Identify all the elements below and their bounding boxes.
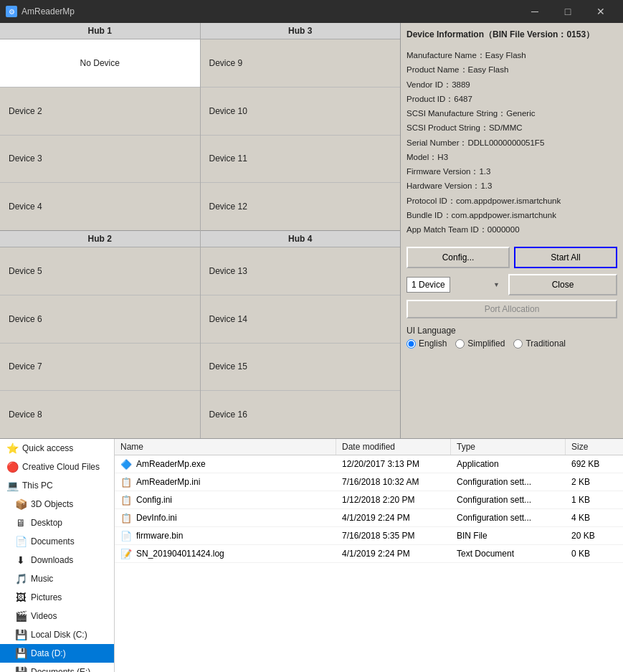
sidebar-item-music[interactable]: 🎵 Music xyxy=(0,569,114,588)
language-english-option[interactable]: English xyxy=(406,339,447,349)
hub-3-device-list: Device 9 Device 10 Device 11 Device 12 xyxy=(201,39,401,230)
file-row-sn-log[interactable]: 📝 SN_201904011424.log 4/1/2019 2:24 PM T… xyxy=(115,545,623,563)
sidebar-item-this-pc[interactable]: 💻 This PC xyxy=(0,476,114,495)
file-name-devinfo-ini: 📋 DevInfo.ini xyxy=(115,509,336,526)
device-1-no-device-label: No Device xyxy=(80,58,120,68)
file-size-devinfo-ini: 4 KB xyxy=(566,510,623,526)
minimize-button[interactable]: ─ xyxy=(518,0,551,23)
info-scsi-product: SCSI Product String：SD/MMC xyxy=(406,122,617,134)
videos-icon: 🎬 xyxy=(14,610,27,623)
start-all-button[interactable]: Start All xyxy=(514,247,617,268)
device-10-item[interactable]: Device 10 xyxy=(201,87,401,136)
col-header-date: Date modified xyxy=(336,439,451,455)
file-type-amreadermp-ini: Configuration sett... xyxy=(451,474,566,490)
language-simplified-label: Simplified xyxy=(467,339,505,349)
ini-icon-3: 📋 xyxy=(120,512,132,524)
sidebar-item-pictures[interactable]: 🖼 Pictures xyxy=(0,588,114,607)
file-size-firmware-bin: 20 KB xyxy=(566,528,623,544)
ini-icon-2: 📋 xyxy=(120,494,132,506)
file-size-config-ini: 1 KB xyxy=(566,492,623,508)
port-allocation-button[interactable]: Port Allocation xyxy=(406,300,617,318)
device-13-item[interactable]: Device 13 xyxy=(201,247,401,295)
sidebar-pictures-label: Pictures xyxy=(31,592,62,602)
language-simplified-option[interactable]: Simplified xyxy=(455,339,505,349)
device-3-item[interactable]: Device 3 xyxy=(0,136,200,184)
file-row-amreadermp-exe[interactable]: 🔷 AmReaderMp.exe 12/20/2017 3:13 PM Appl… xyxy=(115,455,623,473)
device-4-item[interactable]: Device 4 xyxy=(0,183,200,230)
sidebar-item-videos[interactable]: 🎬 Videos xyxy=(0,607,114,625)
sidebar-desktop-label: Desktop xyxy=(31,518,62,528)
hub-2-group: Hub 2 Device 5 Device 6 Device 7 Device … xyxy=(0,231,200,438)
bin-icon: 📄 xyxy=(120,530,132,541)
language-simplified-radio[interactable] xyxy=(455,339,465,349)
device-16-item[interactable]: Device 16 xyxy=(201,391,401,438)
file-date-sn-log: 4/1/2019 2:24 PM xyxy=(336,546,451,562)
hub-1-header: Hub 1 xyxy=(0,23,200,39)
sidebar-item-documents-e[interactable]: 💾 Documents (E:) xyxy=(0,663,114,672)
file-row-amreadermp-ini[interactable]: 📋 AmReaderMp.ini 7/16/2018 10:32 AM Conf… xyxy=(115,473,623,491)
file-name-label: firmware.bin xyxy=(136,531,183,541)
device-5-item[interactable]: Device 5 xyxy=(0,247,200,295)
device-6-item[interactable]: Device 6 xyxy=(0,295,200,344)
col-header-size: Size xyxy=(566,439,623,455)
file-list: Name Date modified Type Size 🔷 AmReaderM… xyxy=(115,439,623,672)
device-select[interactable]: 1 Device xyxy=(406,277,450,293)
device-15-item[interactable]: Device 15 xyxy=(201,344,401,392)
creative-cloud-icon: 🔴 xyxy=(6,460,19,473)
documents-icon: 📄 xyxy=(14,535,27,548)
hub-1-device-list: No Device Device 2 Device 3 Device 4 xyxy=(0,39,200,230)
device-2-item[interactable]: Device 2 xyxy=(0,87,200,136)
file-row-firmware-bin[interactable]: 📄 firmware.bin 7/16/2018 5:35 PM BIN Fil… xyxy=(115,527,623,545)
device-select-row: 1 Device Close xyxy=(406,274,617,295)
maximize-button[interactable]: □ xyxy=(551,0,584,23)
sidebar-item-quick-access[interactable]: ⭐ Quick access xyxy=(0,439,114,458)
sidebar-3d-objects-label: 3D Objects xyxy=(31,499,73,509)
file-sidebar: ⭐ Quick access 🔴 Creative Cloud Files 💻 … xyxy=(0,439,115,672)
device-9-item[interactable]: Device 9 xyxy=(201,39,401,87)
documents-e-icon: 💾 xyxy=(14,666,27,672)
file-row-devinfo-ini[interactable]: 📋 DevInfo.ini 4/1/2019 2:24 PM Configura… xyxy=(115,509,623,527)
local-disk-c-icon: 💾 xyxy=(14,628,27,641)
title-bar-left: ⚙ AmReaderMp xyxy=(6,6,75,17)
language-english-radio[interactable] xyxy=(406,339,416,349)
file-size-sn-log: 0 KB xyxy=(566,546,623,562)
file-name-label: SN_201904011424.log xyxy=(136,549,224,559)
device-8-item[interactable]: Device 8 xyxy=(0,391,200,438)
info-firmware-version: Firmware Version：1.3 xyxy=(406,166,617,178)
sidebar-item-documents[interactable]: 📄 Documents xyxy=(0,532,114,551)
close-action-button[interactable]: Close xyxy=(508,274,617,295)
col-header-name: Name xyxy=(115,439,336,455)
sidebar-item-local-disk-c[interactable]: 💾 Local Disk (C:) xyxy=(0,625,114,644)
device-12-item[interactable]: Device 12 xyxy=(201,183,401,230)
config-button[interactable]: Config... xyxy=(406,247,510,268)
language-traditional-radio[interactable] xyxy=(513,339,523,349)
sidebar-item-3d-objects[interactable]: 📦 3D Objects xyxy=(0,495,114,514)
hubs-panel: Hub 1 No Device Device 2 Device 3 Device… xyxy=(0,23,401,438)
hub-column-left: Hub 1 No Device Device 2 Device 3 Device… xyxy=(0,23,201,438)
file-date-devinfo-ini: 4/1/2019 2:24 PM xyxy=(336,510,451,526)
sidebar-item-desktop[interactable]: 🖥 Desktop xyxy=(0,514,114,532)
language-traditional-option[interactable]: Traditional xyxy=(513,339,566,349)
info-vendor-id: Vendor ID：3889 xyxy=(406,79,617,91)
hub-2-device-list: Device 5 Device 6 Device 7 Device 8 xyxy=(0,247,200,438)
device-1-item[interactable]: No Device xyxy=(0,39,200,87)
file-row-config-ini[interactable]: 📋 Config.ini 1/12/2018 2:20 PM Configura… xyxy=(115,491,623,509)
close-button[interactable]: ✕ xyxy=(584,0,617,23)
device-11-item[interactable]: Device 11 xyxy=(201,136,401,184)
file-name-amreadermp-exe: 🔷 AmReaderMp.exe xyxy=(115,455,336,473)
info-serial-number: Serial Number：DDLL0000000051F5 xyxy=(406,137,617,149)
sidebar-videos-label: Videos xyxy=(31,611,57,621)
file-size-amreadermp-ini: 2 KB xyxy=(566,474,623,490)
info-protocol-id: Protocol ID：com.appdpower.ismartchunk xyxy=(406,195,617,207)
sidebar-this-pc-label: This PC xyxy=(22,481,53,491)
device-14-item[interactable]: Device 14 xyxy=(201,295,401,344)
sidebar-item-downloads[interactable]: ⬇ Downloads xyxy=(0,551,114,569)
file-name-sn-log: 📝 SN_201904011424.log xyxy=(115,545,336,562)
device-select-wrapper: 1 Device xyxy=(406,277,504,293)
title-bar: ⚙ AmReaderMp ─ □ ✕ xyxy=(0,0,623,23)
sidebar-item-creative-cloud[interactable]: 🔴 Creative Cloud Files xyxy=(0,458,114,476)
file-type-amreadermp-exe: Application xyxy=(451,456,566,472)
sidebar-item-data-d[interactable]: 💾 Data (D:) xyxy=(0,644,114,663)
device-7-item[interactable]: Device 7 xyxy=(0,344,200,392)
file-name-label: DevInfo.ini xyxy=(136,513,177,523)
